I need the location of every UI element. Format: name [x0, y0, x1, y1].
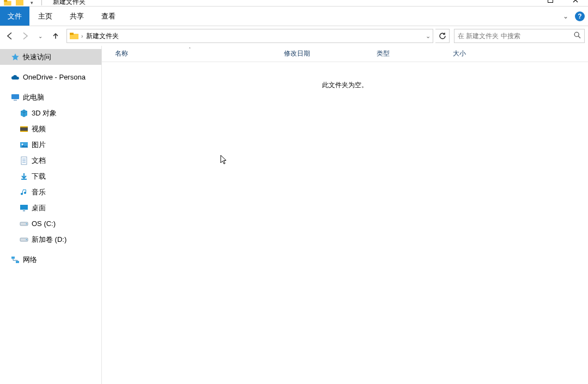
svg-rect-1 — [4, 0, 7, 2]
sidebar-item-label: OneDrive - Persona — [23, 73, 86, 81]
svg-rect-5 — [70, 33, 74, 35]
column-header-type[interactable]: 类型 — [377, 49, 453, 58]
sidebar-item-label: 视频 — [32, 124, 46, 134]
documents-icon — [20, 156, 28, 165]
svg-rect-3 — [548, 0, 553, 3]
column-header-date[interactable]: 修改日期 — [284, 49, 377, 58]
sidebar-item-label: 图片 — [32, 140, 46, 150]
svg-rect-8 — [11, 94, 19, 99]
search-input[interactable]: 在 新建文件夹 中搜索 — [454, 29, 585, 43]
drive-icon — [20, 235, 28, 244]
column-header-size[interactable]: 大小 — [453, 49, 518, 58]
ribbon: 文件 主页 共享 查看 ⌄ ? — [0, 7, 588, 26]
address-bar[interactable]: › 新建文件夹 ⌄ — [66, 29, 433, 43]
sidebar-item-documents[interactable]: 文档 — [0, 153, 101, 168]
column-header-label: 类型 — [377, 49, 390, 58]
sidebar-item-videos[interactable]: 视频 — [0, 121, 101, 137]
sidebar-item-onedrive[interactable]: OneDrive - Persona — [0, 69, 101, 85]
window-controls — [538, 0, 588, 5]
search-icon[interactable] — [574, 32, 581, 40]
ribbon-expand-icon[interactable]: ⌄ — [560, 13, 572, 20]
svg-rect-12 — [20, 131, 28, 132]
breadcrumb-separator-icon: › — [81, 33, 83, 39]
up-button[interactable] — [49, 29, 62, 42]
sidebar-item-label: OS (C:) — [32, 220, 56, 228]
back-button[interactable] — [3, 29, 16, 42]
tab-view[interactable]: 查看 — [93, 7, 124, 26]
desktop-icon — [20, 204, 28, 212]
column-header-label: 名称 — [115, 49, 128, 58]
svg-rect-20 — [20, 205, 28, 210]
pictures-icon — [20, 141, 28, 149]
sidebar-item-desktop[interactable]: 桌面 — [0, 200, 101, 216]
svg-point-23 — [26, 223, 27, 224]
svg-point-25 — [26, 239, 27, 240]
sidebar-item-label: 音乐 — [32, 187, 46, 197]
sidebar-item-this-pc[interactable]: 此电脑 — [0, 89, 101, 105]
column-header-name[interactable]: 名称 ˄ — [115, 49, 284, 58]
recent-locations-button[interactable]: ⌄ — [34, 29, 47, 42]
sidebar-item-label: 3D 对象 — [32, 108, 57, 118]
sidebar-item-drive-d[interactable]: 新加卷 (D:) — [0, 231, 101, 247]
svg-rect-2 — [16, 0, 23, 5]
tab-home[interactable]: 主页 — [29, 7, 61, 26]
refresh-button[interactable] — [435, 29, 450, 43]
forward-button[interactable] — [19, 29, 32, 42]
navigation-row: ⌄ › 新建文件夹 ⌄ 在 新建文件夹 中搜索 — [0, 26, 588, 46]
cube-icon — [20, 109, 28, 118]
sidebar-item-label: 桌面 — [32, 203, 46, 213]
sidebar-item-quick-access[interactable]: 快速访问 — [0, 49, 101, 65]
sidebar-item-label: 网络 — [23, 255, 37, 265]
column-header-label: 修改日期 — [284, 49, 310, 58]
folder-icon — [69, 31, 79, 41]
sidebar-item-music[interactable]: 音乐 — [0, 184, 101, 200]
downloads-icon — [20, 172, 28, 181]
folder-icon — [3, 0, 12, 5]
pc-icon — [11, 93, 20, 102]
sidebar-item-network[interactable]: 网络 — [0, 252, 101, 267]
svg-rect-27 — [16, 261, 19, 263]
window-title: 新建文件夹 — [53, 0, 86, 7]
sidebar-item-label: 文档 — [32, 156, 46, 166]
qat-dropdown-icon[interactable]: ▾ — [27, 0, 36, 5]
tab-share[interactable]: 共享 — [61, 7, 93, 26]
sidebar-item-label: 下载 — [32, 172, 46, 181]
sidebar-item-label: 新加卷 (D:) — [32, 235, 66, 245]
sidebar-item-downloads[interactable]: 下载 — [0, 168, 101, 184]
svg-point-6 — [574, 32, 579, 36]
close-button[interactable] — [563, 0, 588, 5]
svg-rect-9 — [14, 100, 17, 101]
sidebar-item-label: 此电脑 — [23, 93, 44, 102]
address-dropdown-icon[interactable]: ⌄ — [426, 33, 431, 40]
sidebar-item-pictures[interactable]: 图片 — [0, 137, 101, 153]
title-bar: ▾ 新建文件夹 — [0, 0, 588, 7]
quick-access-toolbar: ▾ 新建文件夹 — [0, 0, 86, 6]
cloud-icon — [11, 73, 20, 82]
column-headers: 名称 ˄ 修改日期 类型 大小 — [102, 46, 588, 62]
sidebar-item-drive-c[interactable]: OS (C:) — [0, 216, 101, 231]
navigation-tree: 快速访问 OneDrive - Persona 此电脑 3D 对象 视频 图片 — [0, 46, 102, 384]
empty-folder-text: 此文件夹为空。 — [102, 81, 588, 90]
svg-rect-19 — [21, 179, 27, 180]
column-header-label: 大小 — [453, 49, 466, 58]
separator — [41, 0, 42, 5]
svg-point-14 — [22, 143, 23, 145]
drive-icon — [20, 220, 28, 228]
svg-rect-26 — [11, 257, 15, 259]
file-tab[interactable]: 文件 — [0, 7, 29, 26]
sort-indicator-icon: ˄ — [189, 47, 191, 52]
help-button[interactable]: ? — [575, 11, 585, 21]
content-pane: 名称 ˄ 修改日期 类型 大小 此文件夹为空。 — [102, 46, 588, 384]
video-icon — [20, 125, 28, 133]
svg-rect-21 — [23, 210, 25, 211]
music-icon — [20, 188, 28, 197]
search-placeholder: 在 新建文件夹 中搜索 — [458, 32, 520, 41]
sidebar-item-3d-objects[interactable]: 3D 对象 — [0, 105, 101, 121]
breadcrumb-current[interactable]: 新建文件夹 — [85, 32, 120, 41]
app-icon — [15, 0, 24, 5]
maximize-button[interactable] — [538, 0, 563, 5]
star-icon — [11, 53, 20, 62]
svg-line-7 — [578, 36, 580, 38]
svg-rect-11 — [20, 126, 28, 127]
network-icon — [11, 255, 20, 264]
